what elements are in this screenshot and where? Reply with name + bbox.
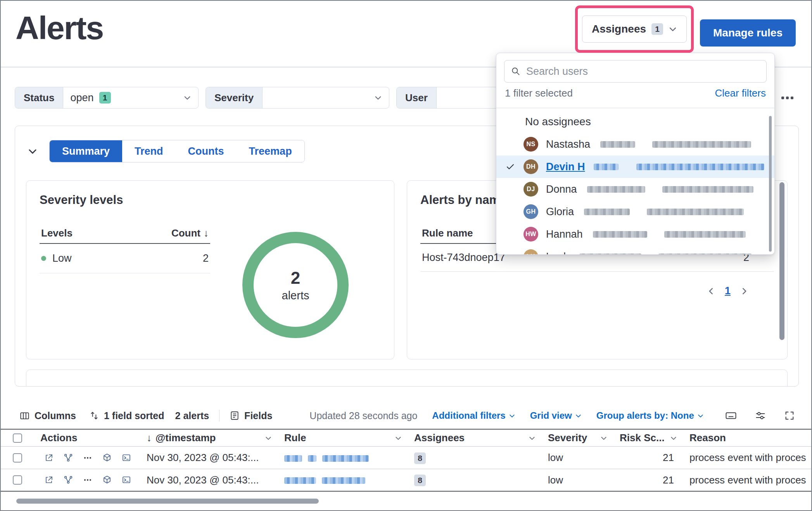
vertical-scrollbar[interactable] — [779, 182, 784, 340]
assignee-option[interactable]: HW Hannah — [496, 223, 774, 245]
severity-table-col-count[interactable]: Count — [171, 227, 200, 239]
select-row-checkbox[interactable] — [13, 453, 22, 463]
rule-cell-redacted[interactable] — [278, 452, 408, 464]
assignees-list: No assignees NS Nastasha DH Devin H — [496, 108, 774, 255]
popover-scrollbar[interactable] — [769, 116, 772, 252]
more-filters-icon[interactable] — [777, 93, 797, 103]
severity-filter[interactable]: Severity — [206, 87, 389, 109]
collapsed-chart-panel — [26, 369, 788, 387]
severity-levels-card: Severity levels Levels Count ↓ — [26, 180, 394, 359]
chevron-down-icon[interactable] — [670, 435, 677, 442]
chevron-down-icon[interactable] — [265, 435, 272, 442]
assignees-filter-button[interactable]: Assignees 1 — [582, 16, 687, 43]
chevron-down-icon — [669, 25, 677, 33]
fields-button[interactable]: Fields — [230, 410, 272, 421]
redacted-text — [322, 477, 365, 484]
toolbar-divider — [219, 410, 219, 421]
rule-cell-redacted[interactable] — [278, 474, 408, 486]
column-severity[interactable]: Severity — [542, 432, 613, 444]
select-row-checkbox[interactable] — [13, 475, 22, 485]
user-search-field[interactable] — [504, 60, 767, 83]
redacted-text — [594, 164, 619, 170]
redacted-text — [593, 231, 647, 238]
next-page-icon[interactable] — [739, 286, 749, 296]
tab-treemap[interactable]: Treemap — [237, 140, 304, 162]
rule-name-value: Host-743dnoep17 — [422, 252, 505, 264]
osquery-icon[interactable] — [102, 453, 112, 463]
osquery-icon[interactable] — [102, 475, 112, 485]
chevron-down-icon — [697, 413, 704, 419]
display-options-icon[interactable] — [754, 409, 767, 422]
column-rule[interactable]: Rule — [278, 432, 408, 444]
severity-card-title: Severity levels — [40, 193, 381, 207]
annotation-highlight-box: Assignees 1 — [575, 5, 694, 53]
assignee-option-no-assignees[interactable]: No assignees — [496, 110, 774, 133]
chevron-down-icon[interactable] — [395, 435, 402, 442]
session-view-icon[interactable] — [122, 453, 131, 463]
avatar: DH — [523, 159, 538, 174]
horizontal-scrollbar[interactable] — [16, 499, 319, 504]
risk-score-cell: 21 — [613, 452, 683, 464]
expand-alert-icon[interactable] — [44, 475, 54, 485]
redacted-text — [636, 164, 764, 170]
more-actions-icon[interactable] — [83, 453, 92, 463]
reason-cell: process event with proces — [683, 452, 811, 464]
page-1-button[interactable]: 1 — [725, 285, 731, 297]
more-actions-icon[interactable] — [83, 475, 92, 485]
clear-filters-button[interactable]: Clear filters — [715, 87, 766, 99]
sorted-fields-button[interactable]: 1 field sorted — [89, 410, 164, 421]
assignee-option[interactable]: GH Gloria — [496, 200, 774, 223]
sort-icon — [89, 411, 99, 421]
keyboard-shortcuts-icon[interactable] — [724, 409, 738, 422]
avatar: DJ — [523, 182, 538, 197]
redacted-text — [662, 186, 753, 193]
column-timestamp[interactable]: ↓@timestamp — [140, 432, 278, 444]
select-all-checkbox[interactable] — [13, 433, 22, 443]
expand-alert-icon[interactable] — [44, 453, 54, 463]
assignee-option[interactable]: NS Nastasha — [496, 133, 774, 155]
assignees-count-badge[interactable]: 8 — [414, 475, 426, 486]
column-assignees[interactable]: Assignees — [408, 432, 542, 444]
fields-icon — [230, 411, 240, 421]
chevron-down-icon[interactable] — [600, 435, 607, 442]
analyzer-icon[interactable] — [64, 475, 73, 485]
redacted-text — [584, 209, 630, 215]
sort-desc-icon: ↓ — [147, 432, 152, 444]
collapse-charts-icon[interactable] — [26, 145, 39, 158]
search-users-input[interactable] — [526, 66, 760, 78]
chevron-down-icon — [183, 94, 191, 102]
columns-button[interactable]: Columns — [19, 410, 76, 421]
alert-row[interactable]: Nov 30, 2023 @ 05:43:... 8 low 21 proces… — [1, 447, 811, 469]
prev-page-icon[interactable] — [706, 286, 716, 296]
redacted-text — [647, 209, 744, 215]
tab-summary[interactable]: Summary — [50, 140, 122, 162]
assignee-option-selected[interactable]: DH Devin H — [496, 155, 774, 178]
avatar: NS — [523, 137, 538, 152]
redacted-text — [600, 141, 635, 148]
redacted-text — [652, 141, 751, 148]
session-view-icon[interactable] — [122, 475, 131, 485]
assignees-button-label: Assignees — [592, 23, 646, 35]
column-risk-score[interactable]: Risk Sc... — [613, 432, 683, 444]
analyzer-icon[interactable] — [64, 453, 73, 463]
chevron-down-icon[interactable] — [529, 435, 536, 442]
chevron-down-icon — [374, 94, 382, 102]
status-filter[interactable]: Status open 1 — [15, 87, 199, 109]
column-reason[interactable]: Reason — [683, 432, 811, 444]
updated-status-text: Updated 28 seconds ago — [309, 410, 417, 421]
alert-row[interactable]: Nov 30, 2023 @ 05:43:... 8 low 21 proces… — [1, 469, 811, 492]
redacted-text — [587, 186, 645, 193]
sort-desc-icon: ↓ — [204, 227, 209, 239]
additional-filters-button[interactable]: Additional filters — [432, 410, 515, 421]
manage-rules-button[interactable]: Manage rules — [700, 19, 796, 47]
assignees-count-badge[interactable]: 8 — [414, 452, 426, 464]
group-alerts-by-button[interactable]: Group alerts by: None — [596, 410, 704, 421]
tab-counts[interactable]: Counts — [176, 140, 237, 162]
redacted-text — [579, 254, 641, 255]
assignee-option[interactable]: LH Leah — [496, 245, 774, 255]
grid-view-button[interactable]: Grid view — [530, 410, 582, 421]
fullscreen-icon[interactable] — [783, 409, 796, 422]
assignee-option[interactable]: DJ Donna — [496, 178, 774, 200]
tab-trend[interactable]: Trend — [122, 140, 176, 162]
pagination: 1 — [420, 285, 774, 297]
